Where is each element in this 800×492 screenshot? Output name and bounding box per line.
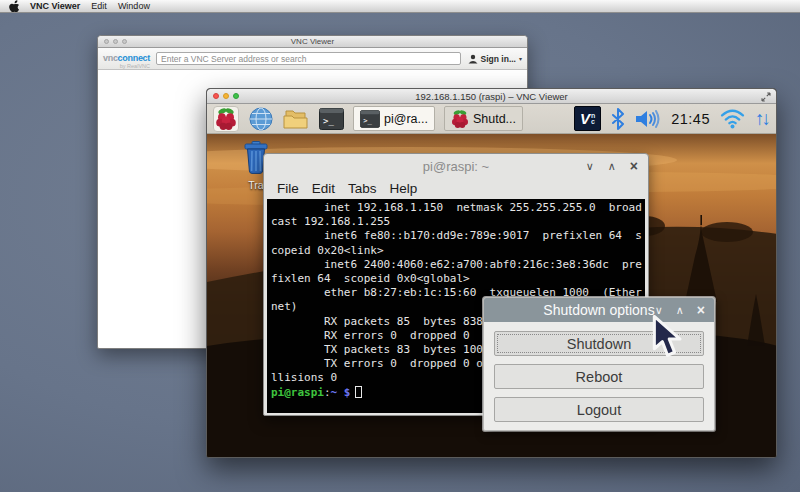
logo-byline: by RealVNC bbox=[103, 64, 150, 70]
fullscreen-icon[interactable] bbox=[761, 92, 771, 102]
volume-icon[interactable] bbox=[635, 110, 661, 128]
terminal-titlebar[interactable]: pi@raspi: ~ ∨ ∧ × bbox=[264, 154, 648, 178]
user-icon bbox=[468, 54, 478, 64]
terminal-line: copeid 0x20<link> bbox=[271, 244, 645, 258]
prompt-user: pi@raspi bbox=[271, 386, 324, 399]
taskbar-task-terminal[interactable]: >_ pi@ra... bbox=[353, 106, 435, 131]
svg-text:>_: >_ bbox=[363, 116, 372, 125]
terminal-line: fixlen 64 scopeid 0x0<global> bbox=[271, 272, 645, 286]
task-shutdown-label: Shutd... bbox=[473, 112, 516, 126]
logo-connect-text: connect bbox=[118, 53, 150, 63]
pi-taskbar: >_ >_ pi@ra... bbox=[207, 104, 776, 134]
wifi-icon[interactable] bbox=[720, 108, 745, 129]
pi-session-window: 192.168.1.150 (raspi) – VNC Viewer bbox=[206, 88, 777, 458]
prompt-symbol: $ bbox=[344, 386, 351, 399]
minimize-icon[interactable]: ∨ bbox=[586, 160, 594, 173]
desktop: VNC Viewer Edit Window VNC Viewer vnccon… bbox=[0, 0, 800, 492]
terminal-line: inet 192.168.1.150 netmask 255.255.255.0… bbox=[271, 201, 645, 215]
prompt-separator: : bbox=[324, 386, 331, 399]
viewer-toolbar: vncconnect by RealVNC Sign in... ▾ bbox=[98, 48, 527, 70]
menubar-item-edit[interactable]: Edit bbox=[91, 1, 107, 11]
terminal-menu-tabs[interactable]: Tabs bbox=[348, 181, 377, 196]
terminal-icon: >_ bbox=[360, 110, 380, 128]
macos-menubar: VNC Viewer Edit Window bbox=[0, 0, 800, 13]
pi-desktop: Tra pi@raspi: ~ ∨ ∧ × File Edit Tabs Hel… bbox=[207, 134, 777, 458]
globe-icon bbox=[249, 107, 273, 131]
terminal-menubar: File Edit Tabs Help bbox=[264, 178, 648, 199]
network-activity-icon[interactable]: ↑↓ bbox=[755, 109, 768, 128]
vnc-connect-logo: vncconnect by RealVNC bbox=[103, 48, 150, 70]
terminal-line: inet6 fe80::b170:dd9e:789e:9017 prefixle… bbox=[271, 229, 645, 243]
taskbar-task-shutdown[interactable]: Shutd... bbox=[444, 106, 523, 131]
task-terminal-label: pi@ra... bbox=[384, 112, 428, 126]
mouse-cursor bbox=[651, 315, 687, 359]
folder-icon bbox=[283, 108, 309, 130]
menubar-app-name[interactable]: VNC Viewer bbox=[30, 1, 80, 11]
pi-session-titlebar[interactable]: 192.168.1.150 (raspi) – VNC Viewer bbox=[207, 89, 776, 104]
terminal-cursor bbox=[355, 386, 362, 398]
logout-button[interactable]: Logout bbox=[494, 397, 704, 422]
reboot-button[interactable]: Reboot bbox=[494, 364, 704, 389]
sign-in-button[interactable]: Sign in... ▾ bbox=[468, 54, 522, 64]
terminal-launcher[interactable]: >_ bbox=[318, 106, 344, 132]
terminal-menu-file[interactable]: File bbox=[277, 181, 299, 196]
terminal-line: inet6 2400:4060:e62:a700:abf0:216c:3e8:3… bbox=[271, 258, 645, 272]
logo-vnc-text: vnc bbox=[103, 53, 118, 63]
terminal-icon: >_ bbox=[319, 108, 344, 130]
terminal-menu-help[interactable]: Help bbox=[390, 181, 418, 196]
apple-icon[interactable] bbox=[9, 0, 19, 12]
pi-session-title: 192.168.1.150 (raspi) – VNC Viewer bbox=[207, 91, 776, 102]
taskbar-clock[interactable]: 21:45 bbox=[671, 111, 710, 127]
terminal-menu-edit[interactable]: Edit bbox=[312, 181, 335, 196]
prompt-path: ~ bbox=[331, 386, 338, 399]
server-address-input[interactable] bbox=[156, 52, 461, 65]
raspberry-icon bbox=[451, 109, 469, 129]
web-browser-launcher[interactable] bbox=[248, 106, 274, 132]
close-icon[interactable]: × bbox=[697, 302, 705, 318]
raspberry-menu-button[interactable] bbox=[213, 106, 239, 132]
viewer-titlebar[interactable]: VNC Viewer bbox=[98, 36, 527, 48]
maximize-icon[interactable]: ∧ bbox=[608, 160, 616, 173]
file-manager-launcher[interactable] bbox=[283, 106, 309, 132]
vnc-badge-v: V bbox=[580, 110, 590, 127]
raspberry-icon bbox=[215, 107, 237, 131]
menubar-item-window[interactable]: Window bbox=[118, 1, 150, 11]
sign-in-label: Sign in... bbox=[481, 54, 516, 64]
chevron-down-icon: ▾ bbox=[519, 55, 522, 62]
viewer-window-title: VNC Viewer bbox=[98, 37, 527, 46]
vnc-server-tray-icon[interactable]: V n c bbox=[574, 106, 601, 131]
svg-text:>_: >_ bbox=[323, 116, 334, 126]
terminal-line: cast 192.168.1.255 bbox=[271, 215, 645, 229]
close-icon[interactable]: × bbox=[630, 158, 638, 174]
bluetooth-icon[interactable] bbox=[611, 108, 625, 130]
system-tray: V n c 21:45 bbox=[574, 106, 768, 131]
vnc-badge-c: c bbox=[591, 119, 595, 125]
